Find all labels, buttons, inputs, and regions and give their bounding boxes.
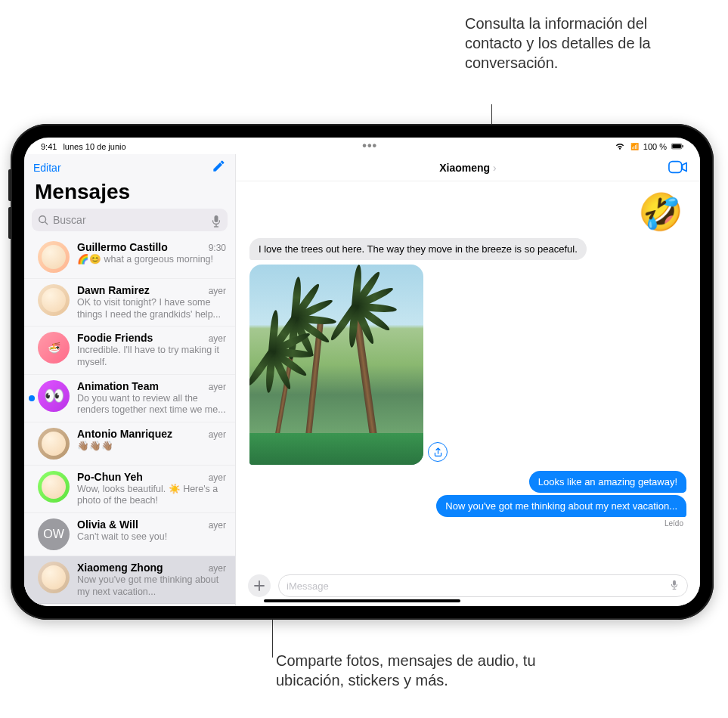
callout-contact-info: Consulta la información del contacto y l… (465, 14, 707, 73)
avatar (38, 428, 70, 460)
avatar (38, 284, 70, 316)
convo-name: Po-Chun Yeh (77, 471, 143, 483)
avatar (38, 471, 70, 503)
convo-name: Dawn Ramirez (77, 284, 150, 296)
sidebar-title: Mensajes (24, 180, 235, 209)
conversation-row[interactable]: Antonio Manriquezayer👋🏽👋🏽👋🏽 (24, 422, 235, 466)
compose-icon[interactable] (211, 159, 226, 177)
avatar: OW (38, 518, 70, 550)
convo-preview: Wow, looks beautiful. ☀️ Here's a photo … (77, 484, 226, 507)
conversation-row[interactable]: Ashley Ricoayer (24, 604, 235, 606)
convo-preview: OK to visit tonight? I have some things … (77, 297, 226, 320)
home-indicator[interactable] (264, 599, 460, 602)
contact-name: Xiaomeng (439, 162, 490, 174)
convo-time: ayer (209, 382, 226, 392)
incoming-photo-message[interactable] (249, 265, 423, 465)
svg-rect-6 (215, 215, 218, 222)
wifi-icon (614, 142, 626, 152)
convo-name: Olivia & Will (77, 518, 138, 531)
volume-button (8, 169, 11, 201)
status-bar: 9:41 lunes 10 de junio ••• 📶 100 % (24, 138, 700, 154)
save-photo-button[interactable] (428, 442, 448, 462)
outgoing-message[interactable]: Looks like an amazing getaway! (529, 471, 686, 493)
conversation-list: Guillermo Castillo9:30🌈😊 what a gorgeous… (24, 236, 235, 606)
facetime-video-button[interactable] (668, 159, 688, 178)
conversations-sidebar: Editar Mensajes Buscar Guillermo Castill… (24, 154, 236, 606)
convo-preview: Do you want to review all the renders to… (77, 393, 226, 416)
convo-name: Antonio Manriquez (77, 428, 172, 440)
convo-preview: Now you've got me thinking about my next… (77, 574, 226, 598)
conversation-row[interactable]: Guillermo Castillo9:30🌈😊 what a gorgeous… (24, 236, 235, 279)
battery-icon (671, 142, 683, 152)
message-placeholder: iMessage (287, 580, 329, 592)
convo-name: Guillermo Castillo (77, 241, 168, 253)
conversation-row[interactable]: 🍜 Foodie FriendsayerIncredible. I'll hav… (24, 327, 235, 374)
avatar: 👀 (38, 380, 70, 412)
convo-time: ayer (209, 520, 226, 531)
svg-rect-2 (682, 144, 683, 147)
conversation-row-selected[interactable]: Xiaomeng ZhongayerNow you've got me thin… (24, 556, 235, 604)
conversation-row[interactable]: Dawn RamirezayerOK to visit tonight? I h… (24, 279, 235, 327)
convo-name: Foodie Friends (77, 332, 153, 344)
edit-button[interactable]: Editar (33, 162, 61, 174)
ipad-screen: 9:41 lunes 10 de junio ••• 📶 100 % Edita… (24, 138, 700, 606)
convo-preview: Incredible. I'll have to try making it m… (77, 345, 226, 368)
convo-time: ayer (209, 429, 226, 440)
convo-time: ayer (209, 286, 226, 296)
incoming-message[interactable]: I love the trees out here. The way they … (249, 238, 587, 260)
svg-rect-8 (673, 580, 676, 585)
convo-name: Xiaomeng Zhong (77, 562, 163, 574)
dictate-icon[interactable] (669, 580, 680, 593)
message-input[interactable]: iMessage (278, 574, 688, 597)
convo-preview: Can't wait to see you! (77, 531, 226, 543)
unread-indicator (29, 395, 35, 401)
status-date: lunes 10 de junio (63, 142, 125, 151)
search-input[interactable]: Buscar (32, 209, 228, 231)
conversation-row[interactable]: OW Olivia & WillayerCan't wait to see yo… (24, 513, 235, 556)
search-placeholder: Buscar (53, 214, 206, 226)
chat-header[interactable]: Xiaomeng › (236, 154, 700, 181)
convo-time: ayer (209, 472, 226, 483)
dictate-icon[interactable] (211, 215, 221, 225)
signal-icon: 📶 (630, 143, 639, 150)
chat-panel: Xiaomeng › 🤣 I love the trees out here. … (236, 154, 700, 606)
read-receipt: Leído (664, 519, 686, 528)
convo-time: 9:30 (209, 243, 226, 253)
convo-time: ayer (209, 563, 226, 574)
convo-preview: 🌈😊 what a gorgeous morning! (77, 254, 226, 266)
outgoing-message[interactable]: Now you've got me thinking about my next… (436, 495, 686, 517)
conversation-row[interactable]: 👀 Animation TeamayerDo you want to revie… (24, 375, 235, 422)
svg-rect-1 (672, 144, 681, 148)
chevron-right-icon: › (493, 162, 497, 174)
convo-time: ayer (209, 333, 226, 344)
apps-plus-button[interactable] (248, 574, 271, 597)
status-time: 9:41 (41, 142, 57, 151)
svg-rect-7 (669, 162, 682, 173)
volume-button (8, 207, 11, 239)
svg-line-5 (45, 222, 48, 224)
emoji-reaction: 🤣 (249, 190, 686, 234)
avatar (38, 241, 70, 273)
search-icon (38, 215, 48, 225)
convo-name: Animation Team (77, 380, 159, 392)
avatar (38, 562, 70, 593)
convo-preview: 👋🏽👋🏽👋🏽 (77, 441, 226, 453)
conversation-row[interactable]: Po-Chun YehayerWow, looks beautiful. ☀️ … (24, 466, 235, 513)
ipad-device-frame: 9:41 lunes 10 de junio ••• 📶 100 % Edita… (11, 124, 714, 620)
callout-compose-plus: Comparte fotos, mensajes de audio, tu ub… (276, 651, 593, 690)
message-thread: 🤣 I love the trees out here. The way the… (236, 181, 700, 570)
avatar: 🍜 (38, 332, 70, 364)
more-icon[interactable]: ••• (362, 139, 377, 152)
battery-percent: 100 % (643, 142, 667, 151)
